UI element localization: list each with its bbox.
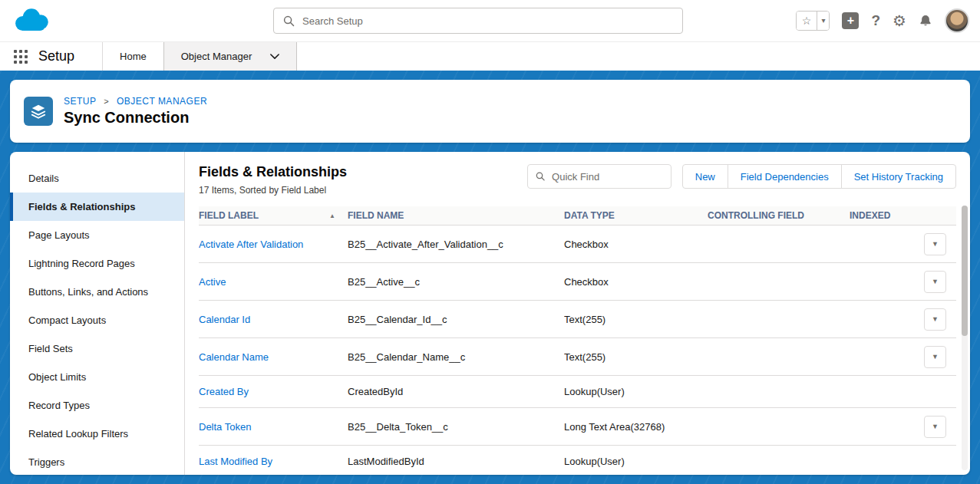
table-row: Calendar IdB25__Calendar_Id__cText(255)▼: [199, 301, 956, 338]
row-menu-dropdown-icon[interactable]: ▼: [924, 346, 946, 368]
field-label-link[interactable]: Activate After Validation: [199, 239, 303, 250]
sidebar-item-lightning-record-pages[interactable]: Lightning Record Pages: [10, 249, 184, 278]
quick-find[interactable]: [527, 164, 671, 189]
sidebar-item-details[interactable]: Details: [10, 164, 184, 193]
field-label-link[interactable]: Calendar Id: [199, 314, 250, 325]
scrollbar-thumb[interactable]: [962, 206, 968, 336]
field-dependencies-button[interactable]: Field Dependencies: [728, 164, 842, 189]
object-manager-content-card: DetailsFields & RelationshipsPage Layout…: [10, 152, 970, 475]
notifications-bell-icon[interactable]: [919, 14, 932, 28]
field-name-cell: B25__Delta_Token__c: [348, 421, 564, 433]
vertical-scrollbar[interactable]: [962, 206, 968, 470]
field-label-link[interactable]: Delta Token: [199, 421, 251, 433]
sidebar-item-field-sets[interactable]: Field Sets: [10, 334, 184, 363]
row-actions-cell: ▼: [919, 271, 952, 293]
field-label-cell: Last Modified By: [199, 456, 348, 467]
field-label-link[interactable]: Created By: [199, 386, 249, 397]
user-avatar[interactable]: [945, 8, 969, 33]
row-menu-dropdown-icon[interactable]: ▼: [924, 416, 946, 438]
table-row: Activate After ValidationB25__Activate_A…: [199, 226, 956, 263]
field-label-cell: Delta Token: [199, 421, 348, 433]
field-label-link[interactable]: Calendar Name: [199, 351, 269, 363]
row-menu-dropdown-icon[interactable]: ▼: [924, 233, 946, 255]
list-subtitle: 17 Items, Sorted by Field Label: [199, 185, 347, 196]
data-type-cell: Checkbox: [564, 239, 708, 250]
field-name-cell: B25__Calendar_Id__c: [348, 314, 564, 325]
setup-page-background: SETUP > OBJECT MANAGER Sync Connection D…: [0, 71, 980, 484]
column-header-data-type[interactable]: DATA TYPE: [564, 210, 708, 221]
table-row: Last Modified ByLastModifiedByIdLookup(U…: [199, 446, 956, 475]
row-menu-dropdown-icon[interactable]: ▼: [924, 271, 946, 293]
sidebar-item-page-layouts[interactable]: Page Layouts: [10, 221, 184, 249]
set-history-tracking-button[interactable]: Set History Tracking: [841, 164, 956, 189]
sort-ascending-icon: ▲: [329, 212, 335, 219]
data-type-cell: Text(255): [564, 314, 708, 325]
data-type-cell: Text(255): [564, 351, 708, 363]
table-row: ActiveB25__Active__cCheckbox▼: [199, 263, 956, 301]
field-name-cell: B25__Calendar_Name__c: [348, 351, 564, 363]
field-name-cell: CreatedById: [348, 386, 564, 397]
nav-tabs: Home Object Manager: [102, 42, 297, 71]
data-type-cell: Lookup(User): [564, 386, 708, 397]
data-type-cell: Lookup(User): [564, 456, 708, 467]
field-label-link[interactable]: Active: [199, 276, 226, 288]
sidebar-item-compact-layouts[interactable]: Compact Layouts: [10, 306, 184, 334]
object-layers-icon: [24, 97, 53, 126]
table-row: Calendar NameB25__Calendar_Name__cText(2…: [199, 338, 956, 376]
sidebar: DetailsFields & RelationshipsPage Layout…: [10, 152, 185, 475]
header-actions: ☆ ▾ + ? ⚙: [796, 8, 969, 33]
field-label-cell: Activate After Validation: [199, 239, 348, 250]
favorites-star-icon[interactable]: ☆: [797, 12, 817, 30]
row-menu-dropdown-icon[interactable]: ▼: [924, 308, 946, 331]
sidebar-item-record-types[interactable]: Record Types: [10, 391, 184, 420]
row-actions-cell: ▼: [919, 416, 952, 438]
breadcrumb-separator: >: [104, 97, 109, 106]
list-title: Fields & Relationships: [199, 164, 347, 180]
salesforce-setup-screen: ☆ ▾ + ? ⚙ Setup Home Object Manager: [0, 0, 980, 484]
field-name-cell: LastModifiedById: [348, 456, 564, 467]
tab-object-manager-label: Object Manager: [181, 51, 252, 62]
app-launcher-icon[interactable]: [14, 50, 28, 64]
field-label-cell: Active: [199, 276, 348, 288]
search-setup-input[interactable]: [301, 15, 673, 28]
new-button[interactable]: New: [682, 164, 728, 189]
table-header-row: FIELD LABEL ▲ FIELD NAME DATA TYPE CONTR…: [199, 206, 956, 226]
field-label-cell: Created By: [199, 386, 348, 397]
field-name-cell: B25__Activate_After_Validation__c: [348, 239, 564, 250]
data-type-cell: Long Text Area(32768): [564, 421, 708, 433]
quick-find-input[interactable]: [550, 170, 663, 183]
gear-icon[interactable]: ⚙: [893, 12, 906, 30]
global-search[interactable]: [273, 8, 683, 34]
column-header-indexed[interactable]: INDEXED: [850, 210, 919, 221]
breadcrumb-object-manager-link[interactable]: OBJECT MANAGER: [117, 96, 207, 107]
field-label-cell: Calendar Id: [199, 314, 348, 325]
column-header-field-label[interactable]: FIELD LABEL ▲: [199, 210, 348, 221]
sidebar-item-related-lookup-filters[interactable]: Related Lookup Filters: [10, 420, 184, 448]
tab-home[interactable]: Home: [103, 42, 163, 71]
sidebar-item-triggers[interactable]: Triggers: [10, 448, 184, 475]
global-actions-plus-icon[interactable]: +: [842, 12, 859, 29]
sidebar-item-buttons-links-and-actions[interactable]: Buttons, Links, and Actions: [10, 278, 184, 306]
sidebar-item-fields-relationships[interactable]: Fields & Relationships: [10, 193, 184, 221]
list-actions: New Field Dependencies Set History Track…: [527, 164, 956, 189]
favorites-caret-icon[interactable]: ▾: [817, 12, 829, 30]
row-actions-cell: ▼: [919, 308, 952, 331]
tab-object-manager[interactable]: Object Manager: [163, 42, 298, 71]
field-label-cell: Calendar Name: [199, 351, 348, 363]
column-header-field-name[interactable]: FIELD NAME: [348, 210, 564, 221]
favorites-button-group: ☆ ▾: [796, 11, 830, 31]
setup-nav-bar: Setup Home Object Manager: [0, 42, 980, 71]
field-label-link[interactable]: Last Modified By: [199, 456, 272, 467]
page-title: Sync Connection: [64, 109, 207, 127]
breadcrumb: SETUP > OBJECT MANAGER: [64, 96, 207, 107]
salesforce-logo[interactable]: [11, 5, 52, 36]
help-icon[interactable]: ?: [871, 12, 880, 29]
column-header-label: FIELD LABEL: [199, 210, 259, 221]
breadcrumb-setup-link[interactable]: SETUP: [64, 96, 96, 107]
table-row: Delta TokenB25__Delta_Token__cLong Text …: [199, 408, 956, 446]
list-header-text: Fields & Relationships 17 Items, Sorted …: [199, 164, 347, 196]
column-header-controlling-field[interactable]: CONTROLLING FIELD: [708, 210, 850, 221]
page-header-card: SETUP > OBJECT MANAGER Sync Connection: [10, 80, 970, 143]
sidebar-item-object-limits[interactable]: Object Limits: [10, 363, 184, 391]
search-icon: [283, 15, 295, 27]
